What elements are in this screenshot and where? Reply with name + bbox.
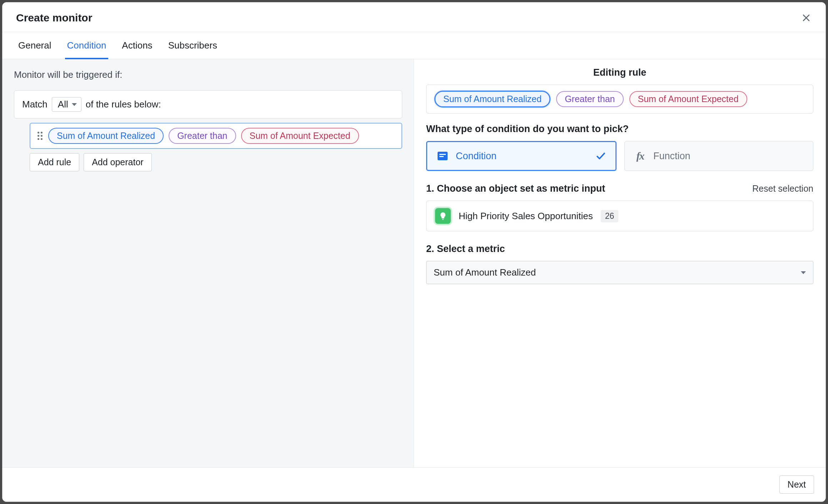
tabs: General Condition Actions Subscribers: [3, 32, 825, 59]
add-rule-button[interactable]: Add rule: [30, 153, 79, 171]
step2-title: 2. Select a metric: [426, 243, 813, 254]
type-card-condition[interactable]: Condition: [426, 141, 617, 171]
object-set-count: 26: [601, 210, 619, 222]
summary-right-pill[interactable]: Sum of Amount Expected: [629, 91, 747, 107]
caret-down-icon: [801, 271, 806, 274]
modal-title: Create monitor: [16, 12, 92, 24]
caret-down-icon: [72, 103, 77, 106]
svg-rect-4: [439, 156, 444, 157]
match-prefix: Match: [22, 99, 48, 110]
svg-rect-3: [439, 154, 446, 155]
check-icon: [595, 151, 606, 161]
tab-subscribers[interactable]: Subscribers: [166, 32, 219, 59]
condition-icon: [437, 150, 449, 162]
step1-title: 1. Choose an object set as metric input: [426, 183, 605, 194]
type-card-function[interactable]: fx Function: [624, 141, 813, 171]
trigger-prompt: Monitor will be triggered if:: [14, 69, 402, 80]
match-box: Match All of the rules below:: [14, 90, 402, 119]
summary-left-pill[interactable]: Sum of Amount Realized: [434, 91, 550, 107]
modal-footer: Next: [3, 467, 825, 502]
drag-handle-icon[interactable]: [37, 131, 43, 141]
rule-summary: Sum of Amount Realized Greater than Sum …: [426, 85, 813, 114]
reset-selection-link[interactable]: Reset selection: [752, 183, 813, 194]
rule-left-pill[interactable]: Sum of Amount Realized: [48, 128, 164, 144]
tab-general[interactable]: General: [16, 32, 54, 59]
close-icon: [802, 14, 810, 22]
rule-row[interactable]: Sum of Amount Realized Greater than Sum …: [30, 123, 402, 149]
rule-actions: Add rule Add operator: [30, 153, 402, 171]
metric-select[interactable]: Sum of Amount Realized: [426, 261, 813, 284]
step1-header: 1. Choose an object set as metric input …: [426, 183, 813, 194]
rule-operator-pill[interactable]: Greater than: [169, 128, 236, 144]
type-card-function-label: Function: [653, 151, 690, 162]
condition-type-question: What type of condition do you want to pi…: [426, 124, 813, 135]
summary-operator-pill[interactable]: Greater than: [556, 91, 623, 107]
object-set-box[interactable]: High Priority Sales Opportunities 26: [426, 201, 813, 231]
match-select[interactable]: All: [52, 97, 81, 112]
type-card-condition-label: Condition: [456, 151, 497, 162]
create-monitor-modal: Create monitor General Condition Actions…: [2, 2, 826, 502]
tab-condition[interactable]: Condition: [65, 32, 109, 59]
modal-header: Create monitor: [3, 2, 825, 32]
next-button[interactable]: Next: [779, 475, 814, 494]
tab-actions[interactable]: Actions: [120, 32, 154, 59]
add-operator-button[interactable]: Add operator: [84, 153, 152, 171]
match-select-value: All: [58, 99, 68, 110]
left-pane: Monitor will be triggered if: Match All …: [3, 59, 414, 467]
rule-right-pill[interactable]: Sum of Amount Expected: [241, 128, 359, 144]
lightbulb-icon: [435, 208, 451, 224]
close-button[interactable]: [799, 12, 813, 24]
metric-select-value: Sum of Amount Realized: [434, 267, 536, 278]
right-pane: Editing rule Sum of Amount Realized Grea…: [414, 59, 825, 467]
editing-rule-title: Editing rule: [426, 67, 813, 78]
function-icon: fx: [634, 150, 646, 162]
rules-container: Sum of Amount Realized Greater than Sum …: [30, 123, 402, 171]
modal-body: Monitor will be triggered if: Match All …: [3, 59, 825, 467]
match-suffix: of the rules below:: [86, 99, 161, 110]
condition-type-row: Condition fx Function: [426, 141, 813, 171]
object-set-name: High Priority Sales Opportunities: [459, 211, 593, 222]
